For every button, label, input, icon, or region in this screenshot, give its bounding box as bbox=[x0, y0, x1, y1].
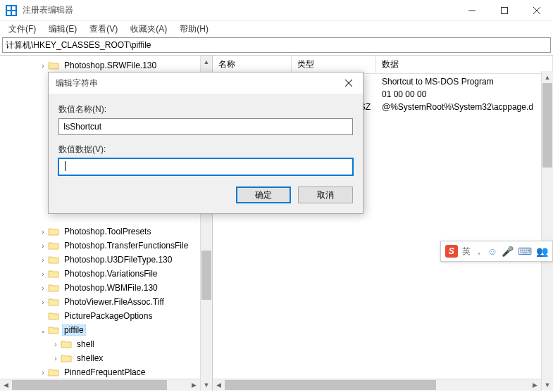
chevron-right-icon[interactable]: › bbox=[51, 355, 61, 362]
svg-rect-2 bbox=[7, 11, 11, 15]
maximize-icon bbox=[501, 7, 508, 14]
chevron-right-icon[interactable]: › bbox=[38, 62, 48, 70]
scroll-track[interactable] bbox=[542, 83, 553, 379]
ime-toolbar[interactable]: S 英 ， ☺ 🎤 ⌨ 👥 bbox=[440, 241, 553, 262]
chevron-right-icon[interactable]: › bbox=[38, 298, 48, 306]
scroll-up-icon[interactable]: ▲ bbox=[542, 71, 553, 83]
cancel-button[interactable]: 取消 bbox=[298, 186, 353, 203]
chevron-right-icon[interactable]: › bbox=[38, 270, 48, 278]
value-name-input[interactable] bbox=[58, 118, 353, 135]
chevron-right-icon[interactable]: › bbox=[38, 256, 48, 264]
tree-item-label: Photoshop.VariationsFile bbox=[62, 268, 160, 279]
value-data-input[interactable] bbox=[58, 158, 353, 175]
scroll-track-h[interactable] bbox=[225, 379, 529, 391]
svg-rect-3 bbox=[12, 11, 15, 15]
col-header-type[interactable]: 类型 bbox=[292, 56, 376, 73]
folder-icon bbox=[61, 339, 72, 349]
tree-item[interactable]: ›Photoshop.WBMFile.130 bbox=[0, 281, 212, 295]
folder-icon bbox=[48, 367, 59, 377]
scroll-left-icon[interactable]: ◀ bbox=[213, 379, 225, 391]
text-caret bbox=[65, 161, 66, 171]
folder-icon bbox=[61, 353, 72, 363]
list-scrollbar-vertical[interactable]: ▲ ▼ bbox=[541, 71, 553, 391]
chevron-right-icon[interactable]: › bbox=[38, 284, 48, 292]
tree-item-label: shellex bbox=[75, 353, 105, 364]
list-scrollbar-horizontal[interactable]: ◀ ▶ bbox=[213, 379, 541, 391]
tree-item[interactable]: ›PinnedFrequentPlace bbox=[0, 365, 212, 379]
chevron-down-icon[interactable]: ⌄ bbox=[38, 327, 48, 334]
tree-item[interactable]: ›Photoshop.ToolPresets bbox=[0, 225, 212, 239]
cell-data: 01 00 00 00 bbox=[376, 89, 553, 99]
window-title: 注册表编辑器 bbox=[23, 4, 456, 16]
folder-icon bbox=[48, 283, 59, 293]
dialog-close-button[interactable] bbox=[335, 72, 363, 94]
menu-edit[interactable]: 编辑(E) bbox=[43, 22, 82, 37]
menu-help[interactable]: 帮助(H) bbox=[174, 22, 214, 37]
address-bar[interactable]: 计算机\HKEY_CLASSES_ROOT\piffile bbox=[2, 37, 551, 53]
menu-bar: 文件(F) 编辑(E) 查看(V) 收藏夹(A) 帮助(H) bbox=[0, 21, 553, 37]
scroll-up-icon[interactable]: ▲ bbox=[201, 56, 212, 68]
scroll-right-icon[interactable]: ▶ bbox=[188, 379, 200, 391]
tree-item[interactable]: ⌄piffile bbox=[0, 323, 212, 337]
col-header-name[interactable]: 名称 bbox=[213, 56, 292, 73]
value-name-label: 数值名称(N): bbox=[58, 103, 353, 115]
close-button[interactable] bbox=[521, 0, 553, 21]
chevron-right-icon[interactable]: › bbox=[38, 242, 48, 250]
scroll-down-icon[interactable]: ▼ bbox=[542, 379, 553, 391]
menu-file[interactable]: 文件(F) bbox=[3, 22, 42, 37]
scroll-left-icon[interactable]: ◀ bbox=[0, 379, 12, 391]
tree-item[interactable]: ›Photoshop.VariationsFile bbox=[0, 267, 212, 281]
tree-item-label: PinnedFrequentPlace bbox=[62, 367, 147, 378]
edit-string-dialog: 编辑字符串 数值名称(N): 数值数据(V): 确定 取消 bbox=[48, 72, 364, 214]
svg-rect-0 bbox=[7, 6, 11, 10]
menu-view[interactable]: 查看(V) bbox=[84, 22, 123, 37]
ime-user-icon[interactable]: 👥 bbox=[536, 246, 548, 257]
tree-item[interactable]: ›shell bbox=[0, 337, 212, 351]
ime-keyboard-icon[interactable]: ⌨ bbox=[518, 246, 532, 257]
svg-rect-5 bbox=[502, 7, 508, 13]
folder-icon bbox=[48, 227, 59, 236]
scroll-thumb[interactable] bbox=[542, 83, 552, 167]
tree-item-label: piffile bbox=[62, 324, 86, 336]
chevron-right-icon[interactable]: › bbox=[38, 369, 48, 377]
folder-icon bbox=[48, 297, 59, 307]
scroll-down-icon[interactable]: ▼ bbox=[201, 379, 212, 391]
folder-icon bbox=[48, 61, 59, 70]
folder-icon bbox=[48, 325, 59, 335]
maximize-button[interactable] bbox=[488, 0, 521, 21]
ime-lang[interactable]: 英 bbox=[462, 246, 471, 258]
col-header-data[interactable]: 数据 bbox=[376, 56, 553, 73]
tree-item-label: Photoshop.TransferFunctionsFile bbox=[62, 240, 190, 251]
scroll-thumb[interactable] bbox=[201, 251, 211, 300]
chevron-right-icon[interactable]: › bbox=[51, 341, 61, 348]
ime-logo-icon[interactable]: S bbox=[445, 245, 458, 258]
ime-emoji-icon[interactable]: ☺ bbox=[487, 246, 497, 257]
scroll-thumb-h[interactable] bbox=[12, 380, 167, 390]
tree-item[interactable]: PicturePackageOptions bbox=[0, 309, 212, 323]
address-path: 计算机\HKEY_CLASSES_ROOT\piffile bbox=[6, 39, 151, 51]
ime-punct[interactable]: ， bbox=[475, 246, 483, 258]
close-icon bbox=[533, 7, 540, 14]
tree-item-label: PhotoViewer.FileAssoc.Tiff bbox=[62, 296, 166, 308]
tree-item[interactable]: ›Photoshop.U3DFileType.130 bbox=[0, 253, 212, 267]
scroll-track-h[interactable] bbox=[12, 379, 188, 391]
tree-item[interactable]: ›Photoshop.SRWFile.130 bbox=[0, 58, 212, 72]
scroll-thumb-h[interactable] bbox=[225, 380, 436, 390]
tree-item[interactable]: ›PhotoViewer.FileAssoc.Tiff bbox=[0, 295, 212, 309]
cell-data: @%SystemRoot%\System32\acppage.d bbox=[376, 102, 553, 112]
chevron-right-icon[interactable]: › bbox=[38, 228, 48, 236]
scroll-right-icon[interactable]: ▶ bbox=[529, 379, 541, 391]
tree-item[interactable]: ›Photoshop.TransferFunctionsFile bbox=[0, 239, 212, 253]
tree-scrollbar-horizontal[interactable]: ◀ ▶ bbox=[0, 379, 200, 391]
tree-item-label: shell bbox=[75, 339, 97, 350]
folder-icon bbox=[48, 311, 59, 321]
dialog-titlebar[interactable]: 编辑字符串 bbox=[49, 72, 363, 94]
minimize-button[interactable] bbox=[456, 0, 488, 21]
folder-icon bbox=[48, 241, 59, 251]
tree-item-label: Photoshop.WBMFile.130 bbox=[62, 282, 160, 293]
menu-favorites[interactable]: 收藏夹(A) bbox=[125, 22, 173, 37]
ime-voice-icon[interactable]: 🎤 bbox=[502, 246, 514, 257]
tree-item-label: Photoshop.ToolPresets bbox=[62, 226, 153, 237]
ok-button[interactable]: 确定 bbox=[236, 186, 291, 203]
tree-item[interactable]: ›shellex bbox=[0, 351, 212, 365]
